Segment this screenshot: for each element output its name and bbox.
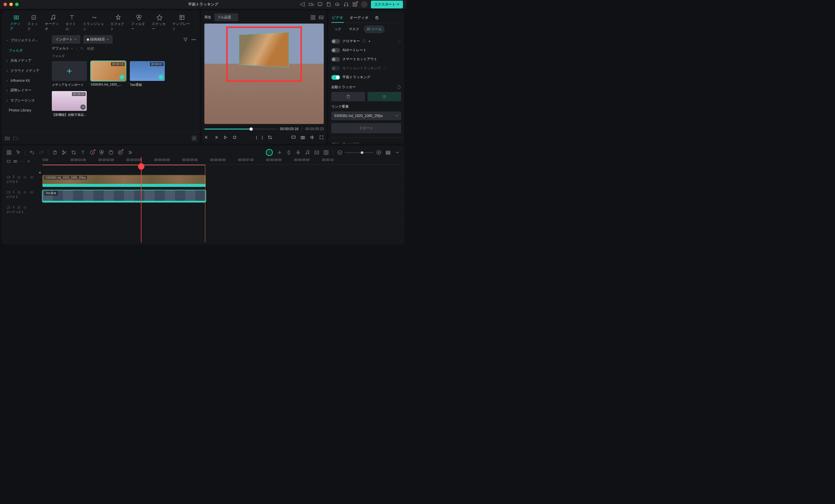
image-icon[interactable] [319, 15, 324, 20]
more-icon[interactable] [191, 37, 196, 42]
toggle-smart-cutout[interactable] [331, 57, 340, 62]
toggle-ai-portrait[interactable] [331, 48, 340, 53]
tab-ステッカー[interactable]: ステッカー [149, 13, 170, 33]
zoom-slider[interactable] [345, 152, 374, 153]
ai-icon[interactable] [118, 150, 123, 155]
reset-icon[interactable] [396, 85, 401, 90]
color-icon[interactable] [108, 150, 114, 155]
effects-icon[interactable] [99, 150, 104, 155]
split-icon[interactable] [62, 150, 67, 155]
track-header-video1[interactable]: 1 ビデオ 1 [4, 189, 39, 204]
preview-viewport[interactable] [204, 24, 324, 124]
maximize-window[interactable] [15, 3, 19, 6]
sidebar-cloud-media[interactable]: クラウド メディア [2, 66, 48, 76]
track-header-video2[interactable]: 2 ビデオ 2 [4, 174, 39, 189]
truck-icon[interactable] [309, 2, 314, 7]
display-icon[interactable] [291, 135, 296, 140]
lock-icon[interactable] [17, 190, 21, 194]
sidebar-influence-kit[interactable]: Influence Kit [2, 76, 48, 85]
tab-ストック[interactable]: ストック [25, 13, 42, 33]
tracked-plane[interactable] [239, 32, 288, 67]
tab-color[interactable]: 色 [374, 14, 379, 23]
zoom-out-icon[interactable] [337, 150, 342, 155]
volume-icon[interactable] [310, 135, 314, 140]
sidebar-photos-library[interactable]: Photos Library [2, 106, 48, 115]
save-icon[interactable] [326, 2, 331, 7]
grid-view-icon[interactable] [310, 15, 315, 20]
media-thumbnail[interactable]: 00:00:07✓ Taxi看板 [130, 61, 165, 87]
tab-メディア[interactable]: メディア [7, 13, 25, 33]
window-controls[interactable] [3, 3, 19, 6]
media-thumbnail[interactable]: 00:00:19✓ 5309381-hd_1920_... [91, 61, 126, 87]
import-media-tile[interactable]: + メディアをインポート [52, 61, 87, 87]
undo-icon[interactable] [29, 150, 35, 155]
mark-in-icon[interactable]: { [256, 135, 257, 140]
tab-トランジション[interactable]: トランジション [81, 13, 108, 33]
mute-icon[interactable] [23, 175, 27, 179]
toggle-planar-tracking[interactable] [331, 75, 340, 80]
subtab-basic[interactable]: ック [331, 25, 344, 33]
sort-dropdown[interactable]: デフォルト [52, 46, 74, 51]
headphones-icon[interactable] [344, 2, 349, 7]
tab-タイトル[interactable]: タイトル [63, 13, 81, 33]
redo-icon[interactable] [39, 150, 44, 155]
render-icon[interactable] [323, 150, 329, 155]
tab-テンプレート[interactable]: テンプレート [170, 13, 194, 33]
snapshot-icon[interactable] [301, 135, 305, 140]
playhead[interactable] [141, 157, 142, 242]
visibility-icon[interactable] [30, 190, 34, 194]
avatar[interactable] [361, 1, 367, 7]
export-button[interactable]: エクスポート [371, 1, 403, 8]
mute-icon[interactable] [23, 190, 27, 194]
sidebar-adjustment-layer[interactable]: 調整レイヤー [2, 85, 48, 96]
chevron-down-icon[interactable] [395, 150, 400, 155]
sidebar-shared-media[interactable]: 共有メディア [2, 56, 48, 66]
lock-icon[interactable] [17, 175, 21, 179]
audio-track-icon[interactable] [305, 150, 310, 155]
subtab-ai-tools[interactable]: AI ツール [364, 25, 385, 33]
add-icon[interactable]: + [80, 104, 86, 110]
apps-icon[interactable] [352, 2, 358, 7]
tab-video[interactable]: ビデオ [331, 14, 344, 23]
delete-tracker-button[interactable] [331, 92, 365, 101]
crop-icon[interactable] [71, 150, 76, 155]
new-folder-icon[interactable] [5, 135, 10, 141]
quality-dropdown[interactable]: フル品質 [214, 14, 238, 21]
close-window[interactable] [3, 3, 7, 6]
play-icon[interactable] [223, 135, 228, 140]
prev-frame-icon[interactable] [204, 135, 209, 140]
fullscreen-icon[interactable] [319, 135, 324, 140]
filter-icon[interactable] [183, 37, 188, 42]
timeline-view-icon[interactable] [385, 150, 391, 155]
mark-out-icon[interactable]: } [262, 135, 263, 140]
timeline-tool-1[interactable] [6, 159, 11, 164]
visibility-icon[interactable] [30, 175, 34, 179]
ai-assistant-icon[interactable] [266, 149, 273, 156]
apps-icon[interactable] [6, 150, 12, 155]
timeline-clip-video2[interactable]: 5309381-hd_1920_1080_25fps [42, 175, 206, 187]
view-tracker-button[interactable] [367, 92, 401, 101]
next-frame-icon[interactable] [214, 135, 218, 140]
toggle-chromakey[interactable] [331, 39, 340, 44]
marker-settings-icon[interactable] [277, 150, 282, 155]
cursor-icon[interactable] [16, 150, 21, 155]
diamond-icon[interactable] [397, 39, 401, 43]
timeline-ruler[interactable]: 0:0000:00:01:0000:00:02:0000:00:03:0000:… [39, 157, 402, 165]
timeline-tool-2[interactable] [13, 159, 18, 164]
more-tools-icon[interactable] [127, 150, 132, 155]
media-thumbnail[interactable]: 00:06:54+ 【新機能】自動字幕起... [52, 91, 87, 117]
mute-icon[interactable] [23, 206, 27, 210]
sidebar-folder[interactable]: フォルダ [2, 45, 48, 56]
speed-icon[interactable] [90, 150, 95, 155]
timeline-tool-4[interactable] [26, 159, 31, 164]
tab-オーディオ[interactable]: オーディオ [42, 13, 63, 33]
timeline-tool-3[interactable] [20, 159, 24, 164]
text-icon[interactable] [80, 150, 86, 155]
tab-audio[interactable]: オーディオ [349, 14, 369, 23]
crop-icon[interactable] [268, 135, 272, 140]
marker-icon[interactable] [286, 150, 291, 155]
search-input[interactable] [87, 46, 196, 50]
announce-icon[interactable] [300, 2, 305, 7]
start-button[interactable]: スタート [331, 123, 401, 133]
voiceover-icon[interactable] [296, 150, 301, 155]
